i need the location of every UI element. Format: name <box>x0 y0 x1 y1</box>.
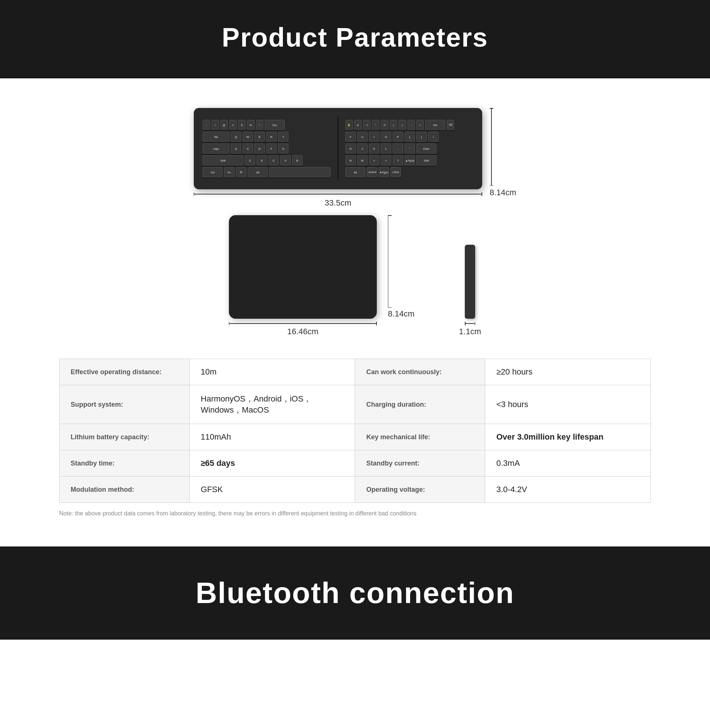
spec-label-3: Standby time: <box>60 450 190 477</box>
key-y: Y <box>345 132 356 142</box>
key-shift-r: Shift <box>417 155 436 166</box>
folded-section: 16.46cm 8.14cm <box>229 215 481 337</box>
key-v: V <box>280 155 290 166</box>
key-g: G <box>278 144 289 154</box>
key-e: E <box>254 132 265 142</box>
keyboard-drawing: ~ ! @ # $ % ^ Esc Tab Q <box>194 108 482 189</box>
spec-value-1: HarmonyOS，Android，iOS，Windows，MacOS <box>189 385 355 424</box>
key-5: % <box>247 120 254 130</box>
key-win: ⊞ <box>236 167 246 177</box>
key-ctrl: Ctrl <box>202 167 223 177</box>
key-bksp: ⌫ <box>447 120 454 130</box>
specs-table: Effective operating distance: 10m Can wo… <box>59 359 651 503</box>
spec-value-4: GFSK <box>189 477 355 503</box>
key-rb: ] <box>417 132 427 142</box>
spec-value-r4: 3.0-4.2V <box>485 477 651 503</box>
spec-value-2: 110mAh <box>189 424 355 450</box>
spec-row-4: Standby time: ≥65 days Standby current: … <box>60 450 651 477</box>
spec-value-3: ≥65 days <box>189 450 355 477</box>
key-o2: O <box>381 132 391 142</box>
key-o: O <box>381 120 388 130</box>
key-space-l <box>269 167 331 177</box>
key-j: J <box>357 144 368 154</box>
key-alt-r: Alt <box>345 167 365 177</box>
key-open-p: ( <box>390 120 397 130</box>
spec-row-5: Modulation method: GFSK Operating voltag… <box>60 477 651 503</box>
spec-label-r4: Operating voltage: <box>355 477 485 503</box>
spec-value-r3: 0.3mA <box>485 450 651 477</box>
keyboard-halves: ~ ! @ # $ % ^ Esc Tab Q <box>200 117 476 180</box>
key-f: F <box>266 144 277 154</box>
key-n: N <box>345 155 356 166</box>
key-tab: Tab <box>202 132 229 142</box>
key-3: # <box>229 120 237 130</box>
kb-row-1-right: 🔒 & ◁ * O ( ) - = Del ⌫ <box>345 120 473 130</box>
key-d: D <box>254 144 265 154</box>
folded-tick-right <box>376 322 377 325</box>
v-arrow <box>490 108 493 186</box>
arrow-line-h <box>194 194 481 195</box>
kb-row-2-left: Tab Q W E R T <box>202 132 331 142</box>
key-caps: Caps <box>202 144 229 154</box>
v-tick-bottom <box>490 185 493 186</box>
kb-row-3-left: Caps A S D F G <box>202 144 331 154</box>
key-a: A <box>231 144 241 154</box>
keyboard-height-dim: 8.14cm <box>490 108 516 198</box>
spec-label-r3: Standby current: <box>355 450 485 477</box>
key-period: > <box>381 155 391 166</box>
tick-right <box>481 192 482 196</box>
key-star: * <box>372 120 379 130</box>
left-half: ~ ! @ # $ % ^ Esc Tab Q <box>200 117 333 180</box>
key-comma: < <box>369 155 379 166</box>
key-q: Q <box>231 132 241 142</box>
bottom-title: Bluetooth connection <box>7 576 703 610</box>
key-b: B <box>292 155 302 166</box>
spec-label-0: Effective operating distance: <box>60 359 190 385</box>
side-tick-right <box>475 322 475 325</box>
key-t: T <box>278 132 289 142</box>
key-bs: \ <box>428 132 439 142</box>
kb-row-4-left: Shift Z X C V B <box>202 155 331 166</box>
fv-tick-bottom <box>388 307 392 308</box>
spec-value-r2: Over 3.0million key lifespan <box>485 424 651 450</box>
keyboard-width-label: 33.5cm <box>325 198 351 208</box>
folded-height-label: 8.14cm <box>388 309 415 319</box>
note-text: Note: the above product data comes from … <box>59 510 651 517</box>
bottom-banner: Bluetooth connection <box>0 546 710 640</box>
spec-row-3: Lithium battery capacity: 110mAh Key mec… <box>60 424 651 450</box>
folded-width-label: 16.46cm <box>288 327 318 337</box>
key-amp: & <box>354 120 362 130</box>
spec-label-r1: Charging duration: <box>355 385 485 424</box>
key-w: W <box>243 132 253 142</box>
key-fn: Fn <box>224 167 235 177</box>
key-close-p: ) <box>399 120 406 130</box>
spec-label-r0: Can work continuously: <box>355 359 485 385</box>
folded-arrow-line <box>229 323 376 324</box>
keyboard-img-wrapper: ~ ! @ # $ % ^ Esc Tab Q <box>194 108 482 208</box>
key-end: ▷End <box>390 167 401 177</box>
right-half: 🔒 & ◁ * O ( ) - = Del ⌫ <box>342 117 476 180</box>
keyboard-width-dim <box>194 192 482 196</box>
key-x: X <box>257 155 267 166</box>
key-m: M <box>357 155 368 166</box>
key-tilde: ~ <box>202 120 210 130</box>
key-s: S <box>243 144 253 154</box>
spec-row-1: Effective operating distance: 10m Can wo… <box>60 359 651 385</box>
kb-row-1-left: ~ ! @ # $ % ^ Esc <box>202 120 331 130</box>
key-r: R <box>266 132 277 142</box>
key-quote: " <box>405 144 415 154</box>
spec-value-0: 10m <box>189 359 355 385</box>
spec-row-2: Support system: HarmonyOS，Android，iOS，Wi… <box>60 385 651 424</box>
spec-value-r0: ≥20 hours <box>485 359 651 385</box>
keyboard-top-row: ~ ! @ # $ % ^ Esc Tab Q <box>59 108 651 208</box>
key-l: L <box>381 144 391 154</box>
key-u: U <box>357 132 368 142</box>
key-dash: - <box>408 120 415 130</box>
key-alt-l: Alt <box>248 167 268 177</box>
key-6: ^ <box>256 120 263 130</box>
key-lb: [ <box>405 132 415 142</box>
spec-value-r1: <3 hours <box>485 385 651 424</box>
key-p: P <box>393 132 403 142</box>
key-slash: ? <box>393 155 403 166</box>
kb-divider <box>337 117 339 180</box>
